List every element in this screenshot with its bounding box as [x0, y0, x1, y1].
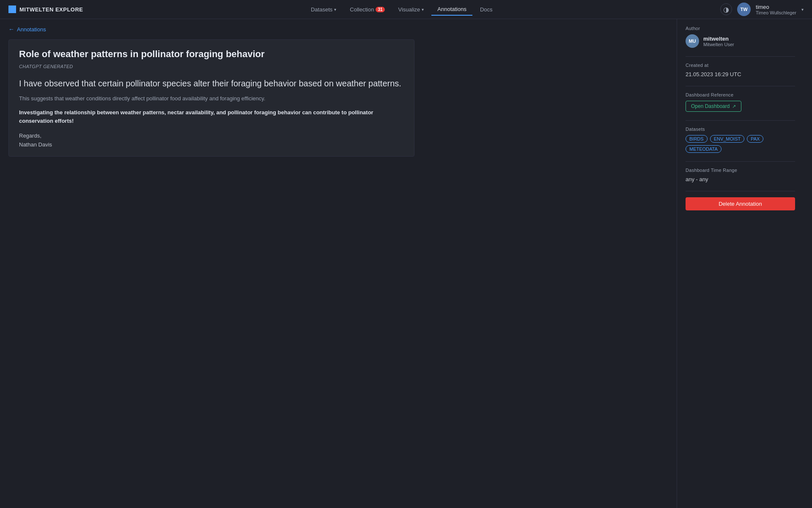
annotations-label: Annotations [437, 6, 466, 12]
nav-item-annotations[interactable]: Annotations [431, 3, 472, 16]
header-left: MITWELTEN EXPLORE [8, 6, 83, 13]
sidebar-dashboard-ref-section: Dashboard Reference Open Dashboard ↗ [686, 92, 795, 112]
author-display-name: Mitwelten User [703, 42, 734, 47]
annotation-body-title: I have observed that certain pollinator … [19, 77, 404, 89]
breadcrumb-link[interactable]: Annotations [17, 26, 46, 33]
header: MITWELTEN EXPLORE Datasets ▾ Collection … [0, 0, 812, 19]
delete-annotation-button[interactable]: Delete Annotation [686, 197, 795, 210]
sidebar: Author MU mitwelten Mitwelten User Creat… [677, 19, 804, 508]
back-arrow-icon: ← [8, 26, 14, 33]
sidebar-time-range-value: any - any [686, 176, 795, 182]
app-title: MITWELTEN EXPLORE [19, 6, 83, 13]
docs-label: Docs [480, 6, 493, 13]
annotation-author-name: Nathan Davis [19, 141, 404, 148]
content-area: ← Annotations Role of weather patterns i… [0, 19, 677, 508]
header-right: ◑ TW timeo Timeo Wullschleger ▾ [720, 3, 804, 16]
user-name: timeo [756, 4, 769, 10]
author-handle: mitwelten [703, 36, 734, 42]
nav-item-visualize[interactable]: Visualize ▾ [392, 4, 430, 15]
annotation-body-bold: Investigating the relationship between w… [19, 108, 404, 125]
annotation-card: Role of weather patterns in pollinator f… [8, 39, 414, 157]
datasets-chevron-icon: ▾ [334, 7, 336, 12]
user-initials: TW [740, 7, 747, 12]
sidebar-datasets-label: Datasets [686, 127, 795, 132]
author-details: mitwelten Mitwelten User [703, 36, 734, 47]
author-avatar-initials: MU [689, 39, 696, 44]
sidebar-dashboard-ref-label: Dashboard Reference [686, 92, 795, 97]
external-link-icon: ↗ [732, 104, 736, 109]
open-dashboard-label: Open Dashboard [691, 103, 730, 109]
sidebar-author-section: Author MU mitwelten Mitwelten User [686, 26, 795, 48]
sidebar-author-label: Author [686, 26, 795, 31]
sidebar-datasets-section: Datasets BIRDS ENV_MOIST PAX METEODATA [686, 127, 795, 153]
dataset-tag-meteodata[interactable]: METEODATA [686, 145, 721, 153]
divider-3 [686, 120, 795, 121]
nav-item-docs[interactable]: Docs [474, 4, 499, 15]
annotation-regards: Regards, [19, 133, 404, 139]
sidebar-delete-section: Delete Annotation [686, 197, 795, 210]
user-chevron-icon[interactable]: ▾ [801, 7, 804, 12]
annotation-title: Role of weather patterns in pollinator f… [19, 48, 404, 61]
annotation-body-paragraph: This suggests that weather conditions di… [19, 94, 404, 103]
logo-icon [8, 6, 16, 13]
nav-item-datasets[interactable]: Datasets ▾ [305, 4, 342, 15]
open-dashboard-button[interactable]: Open Dashboard ↗ [686, 101, 741, 112]
divider-4 [686, 161, 795, 162]
annotation-subtitle: CHATGPT GENERATED [19, 64, 404, 69]
datasets-label: Datasets [311, 6, 332, 13]
visualize-chevron-icon: ▾ [422, 7, 424, 12]
nav-item-collection[interactable]: Collection 31 [344, 4, 390, 15]
sidebar-created-at-label: Created at [686, 63, 795, 68]
visualize-label: Visualize [398, 6, 420, 13]
main-nav: Datasets ▾ Collection 31 Visualize ▾ Ann… [305, 3, 499, 16]
sidebar-created-at-section: Created at 21.05.2023 16:29 UTC [686, 63, 795, 77]
sidebar-created-at-value: 21.05.2023 16:29 UTC [686, 71, 795, 77]
collection-label: Collection [350, 6, 374, 13]
divider-1 [686, 56, 795, 57]
datasets-row: BIRDS ENV_MOIST PAX METEODATA [686, 135, 795, 153]
divider-2 [686, 86, 795, 86]
collection-badge: 31 [376, 7, 384, 12]
sidebar-time-range-section: Dashboard Time Range any - any [686, 168, 795, 182]
dataset-tag-env-moist[interactable]: ENV_MOIST [710, 135, 745, 143]
author-row: MU mitwelten Mitwelten User [686, 34, 795, 48]
dataset-tag-pax[interactable]: PAX [747, 135, 763, 143]
author-avatar: MU [686, 34, 699, 48]
theme-toggle-button[interactable]: ◑ [720, 3, 732, 15]
user-avatar[interactable]: TW [737, 3, 751, 16]
sidebar-time-range-label: Dashboard Time Range [686, 168, 795, 173]
user-full-name: Timeo Wullschleger [756, 10, 796, 15]
divider-5 [686, 191, 795, 191]
main-content: ← Annotations Role of weather patterns i… [0, 19, 812, 508]
user-info: timeo Timeo Wullschleger [756, 4, 796, 15]
breadcrumb: ← Annotations [8, 26, 668, 33]
dataset-tag-birds[interactable]: BIRDS [686, 135, 708, 143]
